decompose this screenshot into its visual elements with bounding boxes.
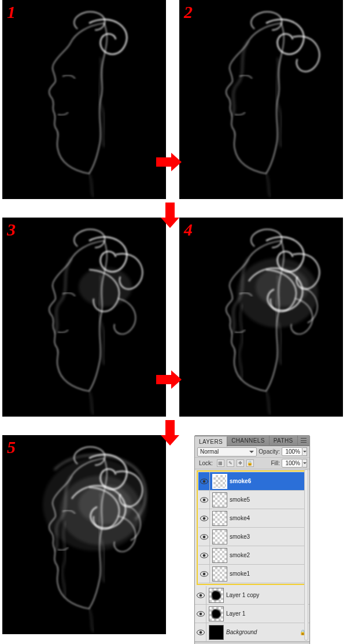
lock-icons-group: ▦ ✎ ✥ 🔒 [217,459,270,467]
tab-layers[interactable]: LAYERS [195,436,227,447]
lock-transparency-icon[interactable]: ▦ [217,459,224,467]
opacity-input[interactable]: 100% [282,447,302,456]
step-image-2: 2 [179,0,343,199]
visibility-toggle[interactable] [198,509,210,528]
tab-paths[interactable]: PATHS [270,436,298,446]
layer-row-layer1copy[interactable]: Layer 1 copy [195,586,309,605]
lock-all-icon[interactable]: 🔒 [246,459,254,467]
panel-menu-icon[interactable] [300,437,307,443]
layers-panel: LAYERS CHANNELS PATHS Normal Opacity: 10… [194,435,310,644]
visibility-toggle[interactable] [195,623,206,642]
opacity-label: Opacity: [259,448,280,455]
panel-scrollbar[interactable] [304,469,308,641]
lock-fill-row: Lock: ▦ ✎ ✥ 🔒 Fill: 100% [195,458,309,469]
layer-thumb [212,492,227,507]
step-number-5: 5 [7,437,16,457]
layer-thumb [212,548,227,563]
step-number-1: 1 [7,2,16,22]
layer-name: Layer 1 copy [226,592,259,598]
fill-slider-toggle[interactable] [302,459,307,468]
layer-name: smoke1 [230,571,250,577]
arrow-step-4-5 [160,419,180,447]
highlighted-layer-group: smoke6 smoke5 smoke4 smoke3 smoke2 [197,470,308,585]
layer-thumb [212,474,227,489]
lock-position-icon[interactable]: ✥ [237,459,244,467]
arrow-step-2-3 [160,201,180,229]
layer-thumb [209,606,224,621]
step-number-4: 4 [184,220,193,240]
layer-row-layer1[interactable]: Layer 1 [195,605,309,623]
step-image-3: 3 [2,218,166,417]
panel-footer: ⬘ fx. ◻ ◐ ▭ ▫ ⌫ [195,642,309,644]
layer-thumb [209,625,224,640]
arrow-step-1-2 [155,152,183,172]
visibility-toggle[interactable] [198,472,210,491]
layer-thumb [212,566,227,582]
layer-name: smoke4 [230,515,250,521]
layer-row-smoke2[interactable]: smoke2 [198,546,306,565]
fill-input[interactable]: 100% [282,459,302,468]
visibility-toggle[interactable] [198,491,210,509]
layer-thumb [212,511,227,526]
layer-name: smoke2 [230,552,250,558]
arrow-step-3-4 [155,369,183,390]
layer-name: smoke6 [230,478,251,484]
blend-opacity-row: Normal Opacity: 100% [195,446,309,458]
layer-name: smoke3 [230,533,250,540]
layer-row-smoke4[interactable]: smoke4 [198,509,306,528]
layer-row-smoke1[interactable]: smoke1 [198,565,306,583]
visibility-toggle[interactable] [195,586,206,605]
layer-list: smoke6 smoke5 smoke4 smoke3 smoke2 [195,470,309,642]
layer-name: Layer 1 [226,610,245,617]
tab-channels[interactable]: CHANNELS [227,436,270,446]
step-number-2: 2 [184,2,193,22]
layer-thumb [209,588,224,603]
visibility-toggle[interactable] [198,546,210,565]
fill-label: Fill: [271,460,280,466]
layer-row-background[interactable]: Background 🔒 [195,623,309,642]
layer-row-smoke6[interactable]: smoke6 [198,472,306,491]
step-image-4: 4 [179,218,343,417]
visibility-toggle[interactable] [198,528,210,546]
visibility-toggle[interactable] [195,605,206,623]
opacity-slider-toggle[interactable] [302,447,307,456]
step-number-3: 3 [7,220,16,240]
layer-row-smoke5[interactable]: smoke5 [198,491,306,509]
lock-pixels-icon[interactable]: ✎ [227,459,234,467]
layer-name: Background [226,629,257,635]
blend-mode-select[interactable]: Normal [197,447,257,457]
layer-row-smoke3[interactable]: smoke3 [198,528,306,546]
lock-label: Lock: [199,460,213,466]
layer-thumb [212,529,227,544]
blend-mode-value: Normal [200,448,219,455]
layer-name: smoke5 [230,496,250,503]
step-image-1: 1 [2,0,166,199]
panel-tabs: LAYERS CHANNELS PATHS [195,436,309,446]
step-image-5: 5 [2,435,166,634]
visibility-toggle[interactable] [198,565,210,583]
